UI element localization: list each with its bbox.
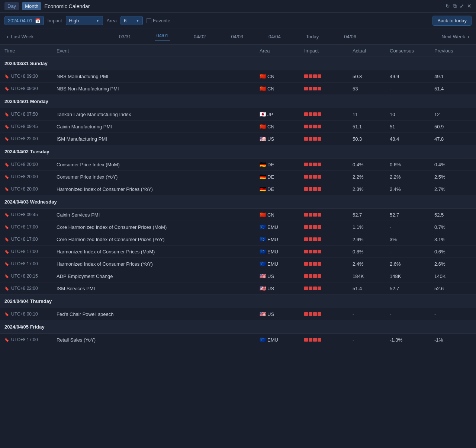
back-to-today-button[interactable]: Back to today [432, 16, 472, 26]
expand-icon[interactable]: ⤢ [460, 3, 464, 9]
close-icon[interactable]: ✕ [467, 3, 472, 9]
actual-value: 2.3% [353, 186, 390, 192]
impact-bars [304, 274, 353, 278]
table-row[interactable]: 🔖UTC+8 20:00Harmonized Index of Consumer… [0, 183, 476, 195]
table-row[interactable]: 🔖UTC+8 17:00Retail Sales (YoY)🇪🇺EMU--1.3… [0, 334, 476, 346]
table-row[interactable]: 🔖UTC+8 20:00Consumer Price Index (YoY)🇩🇪… [0, 171, 476, 183]
week-date-3[interactable]: 04/03 [230, 33, 245, 40]
table-row[interactable]: 🔖UTC+8 09:45Caixin Manufacturing PMI🇨🇳CN… [0, 121, 476, 133]
previous-value: 0.4% [434, 162, 472, 167]
table-row[interactable]: 🔖UTC+8 17:00Harmonized Index of Consumer… [0, 246, 476, 258]
tab-month[interactable]: Month [22, 2, 41, 10]
favorite-checkbox[interactable] [147, 18, 151, 23]
bookmark-icon[interactable]: 🔖 [4, 163, 9, 167]
time-value: UTC+8 22:00 [11, 286, 38, 291]
area-code: US [267, 273, 274, 279]
week-date-5[interactable]: Today [305, 33, 321, 40]
previous-value: 49.1 [434, 74, 472, 79]
bookmark-icon[interactable]: 🔖 [4, 213, 9, 217]
week-date-1[interactable]: 04/01 [155, 32, 170, 41]
table-row[interactable]: 🔖UTC+8 09:30NBS Non-Manufacturing PMI🇨🇳C… [0, 83, 476, 95]
area-code: DE [267, 186, 274, 192]
consensus-value: 52.7 [390, 286, 434, 291]
window-controls: ↻ ⧉ ⤢ ✕ [446, 3, 472, 9]
impact-bar [318, 250, 321, 253]
bookmark-icon[interactable]: 🔖 [4, 225, 9, 229]
bookmark-icon[interactable]: 🔖 [4, 274, 9, 278]
event-name: ISM Services PMI [57, 286, 260, 291]
bookmark-icon[interactable]: 🔖 [4, 112, 9, 116]
prev-week-arrow[interactable]: ‹ [4, 33, 11, 41]
time-value: UTC+8 20:00 [11, 162, 38, 167]
next-week-button[interactable]: Next Week [441, 34, 465, 39]
bookmark-icon[interactable]: 🔖 [4, 125, 9, 129]
impact-bar [304, 338, 308, 342]
bookmark-icon[interactable]: 🔖 [4, 312, 9, 316]
actual-value: - [353, 337, 390, 343]
copy-icon[interactable]: ⧉ [453, 3, 457, 9]
table-row[interactable]: 🔖UTC+8 00:10Fed's Chair Powell speech🇺🇸U… [0, 308, 476, 320]
table-row[interactable]: 🔖UTC+8 20:15ADP Employment Change🇺🇸US184… [0, 270, 476, 282]
next-week-arrow[interactable]: › [465, 33, 472, 41]
table-row[interactable]: 🔖UTC+8 07:50Tankan Large Manufacturing I… [0, 108, 476, 121]
impact-bar [318, 137, 321, 141]
tab-day[interactable]: Day [4, 2, 19, 10]
impact-bar [309, 274, 312, 278]
table-row[interactable]: 🔖UTC+8 17:00Harmonized Index of Consumer… [0, 258, 476, 270]
refresh-icon[interactable]: ↻ [446, 3, 450, 9]
bookmark-icon[interactable]: 🔖 [4, 187, 9, 191]
table-row[interactable]: 🔖UTC+8 20:00Consumer Price Index (MoM)🇩🇪… [0, 159, 476, 171]
time-value: UTC+8 09:45 [11, 124, 38, 129]
flag-icon: 🇪🇺 [260, 224, 266, 230]
impact-bars [304, 287, 353, 290]
event-name: Fed's Chair Powell speech [57, 311, 260, 317]
week-date-6[interactable]: 04/06 [342, 33, 358, 40]
impact-dropdown[interactable]: High ▼ [66, 16, 103, 25]
favorite-check[interactable]: Favorite [147, 18, 170, 23]
table-row[interactable]: 🔖UTC+8 09:30NBS Manufacturing PMI🇨🇳CN50.… [0, 70, 476, 83]
time-value: UTC+8 09:45 [11, 212, 38, 217]
impact-bars [304, 112, 353, 116]
previous-value: 0.7% [434, 224, 472, 230]
consensus-value: 49.9 [390, 74, 434, 79]
bookmark-icon[interactable]: 🔖 [4, 175, 9, 179]
bookmark-icon[interactable]: 🔖 [4, 338, 9, 342]
event-name: Harmonized Index of Consumer Prices (YoY… [57, 261, 260, 267]
actual-value: 52.7 [353, 212, 390, 218]
impact-bars [304, 237, 353, 241]
time-value: UTC+8 17:00 [11, 249, 38, 254]
area-code: EMU [267, 224, 278, 230]
bookmark-icon[interactable]: 🔖 [4, 87, 9, 91]
area-cell: 🇺🇸US [260, 136, 304, 142]
impact-bar [318, 125, 321, 128]
impact-bar [304, 250, 308, 253]
bookmark-icon[interactable]: 🔖 [4, 74, 9, 79]
table-row[interactable]: 🔖UTC+8 09:45Caixin Services PMI🇨🇳CN52.75… [0, 209, 476, 221]
time-value: UTC+8 07:50 [11, 112, 38, 117]
table-row[interactable]: 🔖UTC+8 17:00Core Harmonized Index of Con… [0, 233, 476, 246]
week-date-0[interactable]: 03/31 [118, 33, 133, 40]
impact-bar [313, 125, 317, 128]
impact-bar [318, 74, 321, 78]
last-week-button[interactable]: Last Week [11, 34, 33, 39]
flag-icon: 🇺🇸 [260, 136, 266, 142]
date-picker[interactable]: 2024-04-01 📅 [4, 16, 44, 25]
bookmark-icon[interactable]: 🔖 [4, 250, 9, 254]
table-row[interactable]: 🔖UTC+8 22:00ISM Services PMI🇺🇸US51.452.7… [0, 282, 476, 295]
section-header: 2024/04/04 Thursday [0, 295, 476, 308]
bookmark-icon[interactable]: 🔖 [4, 262, 9, 266]
bookmark-icon[interactable]: 🔖 [4, 287, 9, 291]
table-row[interactable]: 🔖UTC+8 17:00Core Harmonized Index of Con… [0, 221, 476, 233]
bookmark-icon[interactable]: 🔖 [4, 137, 9, 141]
impact-bar [309, 187, 312, 191]
bookmark-icon[interactable]: 🔖 [4, 237, 9, 241]
impact-bars [304, 262, 353, 266]
week-date-4[interactable]: 04/04 [267, 33, 282, 40]
impact-value: High [69, 18, 79, 23]
area-dropdown-arrow: ▼ [136, 19, 139, 23]
flag-icon: 🇪🇺 [260, 337, 266, 343]
table-row[interactable]: 🔖UTC+8 22:00ISM Manufacturing PMI🇺🇸US50.… [0, 133, 476, 145]
week-date-2[interactable]: 04/02 [192, 33, 208, 40]
impact-bar [313, 112, 317, 116]
area-dropdown[interactable]: 6 ▼ [120, 16, 143, 25]
